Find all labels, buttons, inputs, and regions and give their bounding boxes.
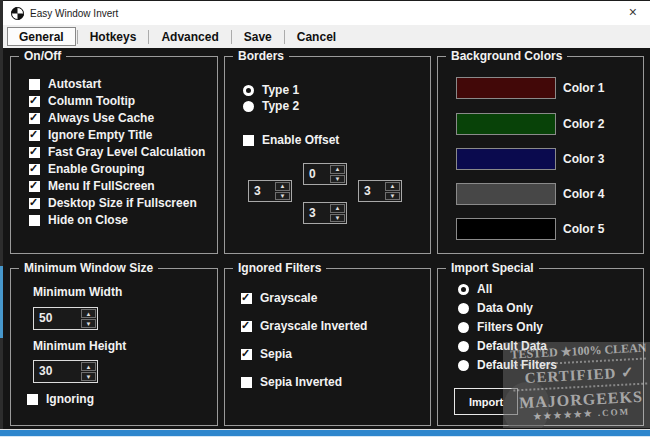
group-title: Minimum Window Size	[19, 261, 158, 275]
app-icon	[11, 6, 24, 19]
tab-advanced[interactable]: Advanced	[150, 27, 229, 46]
group-title: Borders	[233, 49, 289, 63]
radio-dot	[458, 322, 469, 333]
checkbox-ignore-empty-title[interactable]: Ignore Empty Title	[29, 129, 205, 142]
minimum-width-label: Minimum Width	[33, 285, 122, 299]
spinner-down-icon[interactable]: ▼	[81, 372, 96, 381]
checkbox-menu-if-fullscreen[interactable]: Menu If FullScreen	[29, 180, 205, 193]
checkbox-enable-offset[interactable]: Enable Offset	[243, 134, 339, 147]
spinner-down-icon[interactable]: ▼	[330, 175, 345, 184]
tab-hotkeys[interactable]: Hotkeys	[79, 27, 148, 46]
checkbox-label: Sepia	[260, 348, 292, 361]
minimum-height-spinner[interactable]: 30 ▲▼	[33, 360, 98, 383]
checkbox-label: Enable Grouping	[48, 163, 145, 176]
color-5-swatch[interactable]	[456, 218, 556, 240]
spinner-up-icon[interactable]: ▲	[385, 182, 400, 191]
minimum-width-spinner[interactable]: 50 ▲▼	[33, 307, 98, 330]
tab-cancel[interactable]: Cancel	[286, 27, 347, 46]
window-title: Easy Window Invert	[30, 8, 118, 19]
radio-default-filters[interactable]: Default Filters	[458, 359, 557, 372]
checkbox-column-tooltip[interactable]: Column Tooltip	[29, 95, 205, 108]
radio-dot	[458, 360, 469, 371]
group-title: Import Special	[446, 261, 539, 275]
spinner-value[interactable]: 3	[304, 203, 329, 223]
checkbox-desktop-size-fullscreen[interactable]: Desktop Size if Fullscreen	[29, 197, 205, 210]
radio-default-data[interactable]: Default Data	[458, 340, 547, 353]
offset-bottom-spinner[interactable]: 3 ▲▼	[303, 202, 347, 224]
checkbox-fast-gray-level[interactable]: Fast Gray Level Calculation	[29, 146, 205, 159]
radio-data-only[interactable]: Data Only	[458, 302, 533, 315]
spinner-value[interactable]: 50	[34, 308, 80, 329]
checkbox-box	[241, 377, 252, 388]
group-title: Ignored Filters	[233, 261, 326, 275]
radio-label: Type 1	[262, 84, 299, 97]
checkbox-box	[29, 96, 40, 107]
spinner-buttons: ▲▼	[384, 181, 401, 201]
group-ignored-filters: Ignored Filters Grayscale Grayscale Inve…	[224, 268, 431, 426]
radio-type-1[interactable]: Type 1	[243, 84, 299, 97]
tab-separator	[148, 30, 149, 44]
color-row-2: Color 2	[456, 113, 556, 135]
checkbox-box	[29, 113, 40, 124]
checkbox-always-use-cache[interactable]: Always Use Cache	[29, 112, 205, 125]
page-frame-bottom	[0, 429, 650, 437]
color-row-3: Color 3	[456, 148, 556, 170]
spinner-down-icon[interactable]: ▼	[330, 214, 345, 223]
spinner-buttons: ▲▼	[329, 203, 346, 223]
tab-separator	[231, 30, 232, 44]
checkbox-label: Fast Gray Level Calculation	[48, 146, 205, 159]
checkbox-box	[29, 181, 40, 192]
spinner-down-icon[interactable]: ▼	[275, 192, 290, 201]
radio-filters-only[interactable]: Filters Only	[458, 321, 543, 334]
checkbox-label: Grayscale Inverted	[260, 320, 367, 333]
checkbox-ignoring[interactable]: Ignoring	[27, 393, 94, 406]
radio-all[interactable]: All	[458, 283, 492, 296]
offset-left-spinner[interactable]: 3 ▲▼	[248, 180, 292, 202]
spinner-up-icon[interactable]: ▲	[81, 362, 96, 371]
checkbox-label: Always Use Cache	[48, 112, 154, 125]
color-row-5: Color 5	[456, 218, 556, 240]
spinner-value[interactable]: 0	[304, 164, 329, 184]
color-2-swatch[interactable]	[456, 113, 556, 135]
spinner-value[interactable]: 3	[359, 181, 384, 201]
spinner-up-icon[interactable]: ▲	[330, 165, 345, 174]
checkbox-box	[29, 79, 40, 90]
checkbox-grayscale-inverted[interactable]: Grayscale Inverted	[241, 320, 367, 333]
spinner-value[interactable]: 3	[249, 181, 274, 201]
color-1-swatch[interactable]	[456, 77, 556, 99]
checkbox-enable-grouping[interactable]: Enable Grouping	[29, 163, 205, 176]
checkbox-sepia[interactable]: Sepia	[241, 348, 292, 361]
spinner-down-icon[interactable]: ▼	[385, 192, 400, 201]
checkbox-grayscale[interactable]: Grayscale	[241, 292, 317, 305]
radio-dot	[243, 101, 254, 112]
group-title: Background Colors	[446, 49, 567, 63]
radio-type-2[interactable]: Type 2	[243, 100, 299, 113]
color-label: Color 3	[563, 152, 604, 166]
tab-general[interactable]: General	[7, 27, 76, 46]
checkbox-box	[243, 135, 254, 146]
spinner-buttons: ▲▼	[274, 181, 291, 201]
color-3-swatch[interactable]	[456, 148, 556, 170]
spinner-up-icon[interactable]: ▲	[275, 182, 290, 191]
spinner-up-icon[interactable]: ▲	[330, 204, 345, 213]
spinner-value[interactable]: 30	[34, 361, 80, 382]
offset-right-spinner[interactable]: 3 ▲▼	[358, 180, 402, 202]
spinner-up-icon[interactable]: ▲	[81, 309, 96, 318]
checkbox-box	[29, 130, 40, 141]
close-icon[interactable]: ×	[629, 4, 637, 21]
checkbox-box	[27, 394, 38, 405]
offset-top-spinner[interactable]: 0 ▲▼	[303, 163, 347, 185]
import-button[interactable]: Import	[454, 388, 518, 415]
color-4-swatch[interactable]	[456, 183, 556, 205]
checkbox-hide-on-close[interactable]: Hide on Close	[29, 214, 205, 227]
checkbox-autostart[interactable]: Autostart	[29, 78, 205, 91]
tab-save[interactable]: Save	[233, 27, 283, 46]
checkbox-sepia-inverted[interactable]: Sepia Inverted	[241, 376, 342, 389]
window-body: On/Off Autostart Column Tooltip Always U…	[3, 48, 650, 431]
tab-separator	[284, 30, 285, 44]
spinner-down-icon[interactable]: ▼	[81, 319, 96, 328]
group-on-off: On/Off Autostart Column Tooltip Always U…	[10, 56, 218, 254]
group-background-colors: Background Colors Color 1 Color 2 Color …	[437, 56, 644, 254]
checkbox-label: Grayscale	[260, 292, 317, 305]
radio-label: All	[477, 283, 492, 296]
